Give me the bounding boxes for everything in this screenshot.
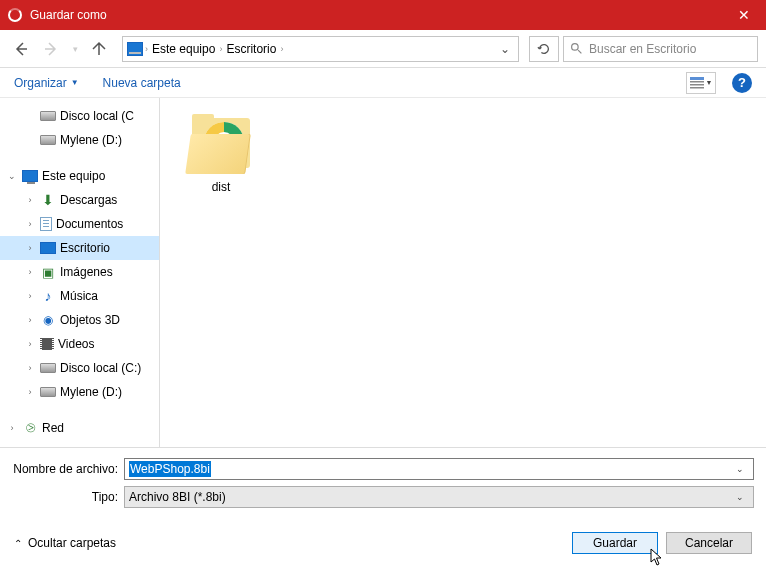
- tree-label: Disco local (C: [60, 109, 134, 123]
- search-placeholder: Buscar en Escritorio: [589, 42, 696, 56]
- expand-icon[interactable]: ›: [24, 315, 36, 325]
- hide-folders-button[interactable]: ⌃ Ocultar carpetas: [14, 536, 116, 550]
- disk-icon: [40, 387, 56, 397]
- recent-dropdown[interactable]: ▾: [68, 36, 82, 62]
- chevron-up-icon: ⌃: [14, 538, 22, 549]
- download-icon: ⬇: [40, 193, 56, 207]
- tree-label: Mylene (D:): [60, 385, 122, 399]
- expand-icon[interactable]: ›: [24, 267, 36, 277]
- expand-icon[interactable]: ›: [24, 291, 36, 301]
- forward-button[interactable]: [38, 36, 64, 62]
- expand-icon[interactable]: ›: [24, 243, 36, 253]
- svg-point-0: [572, 44, 579, 51]
- pc-icon: [22, 170, 38, 182]
- chevron-down-icon[interactable]: ⌄: [731, 464, 749, 474]
- chevron-right-icon: ›: [280, 44, 283, 54]
- pictures-icon: ▣: [40, 265, 56, 279]
- svg-rect-1: [690, 77, 704, 80]
- tree-label: Documentos: [56, 217, 123, 231]
- tree-3d[interactable]: ›◉Objetos 3D: [0, 308, 159, 332]
- tree-label: Imágenes: [60, 265, 113, 279]
- expand-icon[interactable]: ›: [24, 219, 36, 229]
- view-menu[interactable]: ▼: [686, 72, 716, 94]
- disk-icon: [40, 363, 56, 373]
- videos-icon: [40, 338, 54, 350]
- file-list[interactable]: dist: [160, 98, 766, 447]
- footer: ⌃ Ocultar carpetas Guardar Cancelar: [0, 514, 766, 554]
- hide-folders-label: Ocultar carpetas: [28, 536, 116, 550]
- pc-icon: [127, 42, 143, 56]
- app-icon: [8, 8, 22, 22]
- tree-network[interactable]: ›⧁Red: [0, 416, 159, 440]
- filename-value: WebPShop.8bi: [129, 461, 211, 477]
- tree-label: Mylene (D:): [60, 133, 122, 147]
- tree-this-pc[interactable]: ⌄Este equipo: [0, 164, 159, 188]
- tree-mylene-top[interactable]: Mylene (D:): [0, 128, 159, 152]
- close-button[interactable]: ✕: [721, 0, 766, 30]
- nav-tree[interactable]: Disco local (C Mylene (D:) ⌄Este equipo …: [0, 98, 160, 447]
- tree-label: Disco local (C:): [60, 361, 141, 375]
- new-folder-button[interactable]: Nueva carpeta: [103, 76, 181, 90]
- view-icon: [690, 77, 704, 89]
- breadcrumb-folder[interactable]: Escritorio: [224, 42, 278, 56]
- tree-music[interactable]: ›♪Música: [0, 284, 159, 308]
- address-bar[interactable]: › Este equipo › Escritorio › ⌄: [122, 36, 519, 62]
- search-input[interactable]: Buscar en Escritorio: [563, 36, 758, 62]
- nav-toolbar: ▾ › Este equipo › Escritorio › ⌄ Buscar …: [0, 30, 766, 68]
- tree-videos[interactable]: ›Videos: [0, 332, 159, 356]
- folder-icon: [186, 114, 256, 174]
- filename-label: Nombre de archivo:: [12, 462, 124, 476]
- objects3d-icon: ◉: [40, 313, 56, 327]
- help-button[interactable]: ?: [732, 73, 752, 93]
- command-bar: Organizar ▼ Nueva carpeta ▼ ?: [0, 68, 766, 98]
- tree-label: Música: [60, 289, 98, 303]
- chevron-down-icon: ▼: [71, 78, 79, 87]
- collapse-icon[interactable]: ⌄: [6, 171, 18, 181]
- tree-label: Descargas: [60, 193, 117, 207]
- folder-item[interactable]: dist: [176, 114, 266, 194]
- cancel-button[interactable]: Cancelar: [666, 532, 752, 554]
- search-icon: [570, 42, 583, 55]
- tree-disk-c-full[interactable]: ›Disco local (C:): [0, 356, 159, 380]
- document-icon: [40, 217, 52, 231]
- refresh-button[interactable]: [529, 36, 559, 62]
- svg-rect-4: [690, 87, 704, 89]
- tree-downloads[interactable]: ›⬇Descargas: [0, 188, 159, 212]
- organize-menu[interactable]: Organizar ▼: [14, 76, 79, 90]
- arrow-up-icon: [91, 41, 107, 57]
- expand-icon[interactable]: ›: [24, 387, 36, 397]
- svg-rect-3: [690, 84, 704, 86]
- type-label: Tipo:: [12, 490, 124, 504]
- disk-icon: [40, 111, 56, 121]
- expand-icon[interactable]: ›: [24, 339, 36, 349]
- tree-label: Objetos 3D: [60, 313, 120, 327]
- refresh-icon: [537, 42, 551, 56]
- svg-rect-2: [690, 81, 704, 83]
- tree-documents[interactable]: ›Documentos: [0, 212, 159, 236]
- disk-icon: [40, 135, 56, 145]
- tree-disk-c[interactable]: Disco local (C: [0, 104, 159, 128]
- save-button[interactable]: Guardar: [572, 532, 658, 554]
- arrow-left-icon: [13, 41, 29, 57]
- main-area: Disco local (C Mylene (D:) ⌄Este equipo …: [0, 98, 766, 448]
- expand-icon[interactable]: ›: [24, 195, 36, 205]
- network-icon: ⧁: [22, 421, 38, 435]
- arrow-right-icon: [43, 41, 59, 57]
- expand-icon[interactable]: ›: [24, 363, 36, 373]
- back-button[interactable]: [8, 36, 34, 62]
- tree-mylene[interactable]: ›Mylene (D:): [0, 380, 159, 404]
- tree-pictures[interactable]: ›▣Imágenes: [0, 260, 159, 284]
- chevron-down-icon[interactable]: ⌄: [731, 492, 749, 502]
- breadcrumb-root[interactable]: Este equipo: [150, 42, 217, 56]
- tree-label: Escritorio: [60, 241, 110, 255]
- address-dropdown[interactable]: ⌄: [496, 42, 514, 56]
- titlebar: Guardar como ✕: [0, 0, 766, 30]
- up-button[interactable]: [86, 36, 112, 62]
- tree-label: Este equipo: [42, 169, 105, 183]
- tree-desktop[interactable]: ›Escritorio: [0, 236, 159, 260]
- chevron-right-icon: ›: [219, 44, 222, 54]
- expand-icon[interactable]: ›: [6, 423, 18, 433]
- chevron-down-icon: ▼: [706, 79, 713, 86]
- filename-input[interactable]: WebPShop.8bi ⌄: [124, 458, 754, 480]
- type-select[interactable]: Archivo 8BI (*.8bi) ⌄: [124, 486, 754, 508]
